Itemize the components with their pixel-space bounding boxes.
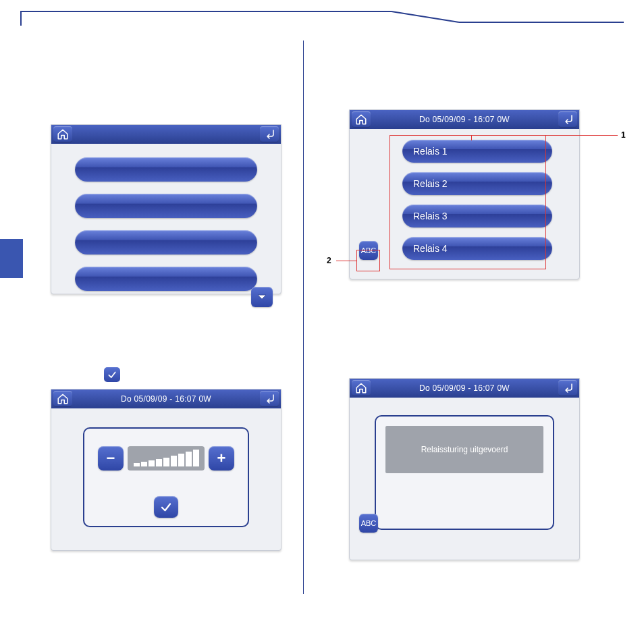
keyboard-abc-button[interactable]: ABC xyxy=(359,241,378,260)
level-step xyxy=(141,462,147,466)
title-text: Do 05/09/09 - 16:07 0W xyxy=(371,383,558,393)
home-button[interactable] xyxy=(53,391,72,407)
relay-item[interactable]: Relais 2 xyxy=(402,172,552,195)
scroll-down-button[interactable] xyxy=(251,287,273,307)
check-icon xyxy=(107,370,117,379)
minus-label: − xyxy=(107,450,115,467)
relay-item[interactable]: Relais 3 xyxy=(402,205,552,227)
panel-level-adjust: Do 05/09/09 - 16:07 0W − + xyxy=(51,389,281,551)
level-frame: − + xyxy=(83,427,249,527)
home-icon xyxy=(355,382,367,394)
panel-relay-confirm: Do 05/09/09 - 16:07 0W Relaissturing uit… xyxy=(349,378,580,560)
return-arrow-icon xyxy=(562,113,574,126)
home-icon xyxy=(355,113,367,126)
return-arrow-icon xyxy=(562,382,574,394)
level-step xyxy=(156,459,162,466)
home-icon xyxy=(57,393,69,405)
title-bar: Do 05/09/09 - 16:07 0W xyxy=(350,110,579,129)
level-step xyxy=(163,458,169,466)
page-frame-segment xyxy=(20,11,22,26)
message-frame: Relaissturing uitgevoerd xyxy=(375,415,554,530)
increase-button[interactable]: + xyxy=(209,446,234,471)
level-step xyxy=(193,450,199,466)
home-button[interactable] xyxy=(352,380,371,396)
level-step xyxy=(178,454,184,466)
decrease-button[interactable]: − xyxy=(98,446,124,471)
relay-item[interactable]: Relais 1 xyxy=(402,140,552,163)
page-frame-diagonal xyxy=(392,11,473,27)
back-button[interactable] xyxy=(558,111,577,128)
title-text: Do 05/09/09 - 16:07 0W xyxy=(371,115,558,124)
title-text: Do 05/09/09 - 16:07 0W xyxy=(72,394,260,404)
level-step xyxy=(149,460,155,466)
relay-item-label: Relais 4 xyxy=(413,243,448,254)
page-frame-segment xyxy=(459,22,624,23)
level-step xyxy=(186,452,192,466)
menu-item[interactable] xyxy=(75,230,257,254)
menu-item[interactable] xyxy=(75,157,257,182)
back-button[interactable] xyxy=(260,126,279,142)
level-step xyxy=(134,463,140,466)
return-arrow-icon xyxy=(263,128,275,140)
title-bar xyxy=(51,125,281,144)
page-side-tab xyxy=(0,239,23,278)
plus-label: + xyxy=(217,450,226,467)
abc-label: ABC xyxy=(361,246,377,254)
home-icon xyxy=(57,128,69,140)
check-icon xyxy=(160,501,172,513)
callout-number-2: 2 xyxy=(327,256,331,265)
back-button[interactable] xyxy=(558,380,577,396)
home-button[interactable] xyxy=(53,126,72,142)
level-step xyxy=(171,456,177,466)
level-indicator xyxy=(128,446,205,471)
menu-item[interactable] xyxy=(75,194,257,218)
abc-label: ABC xyxy=(361,519,377,527)
panel-menu-blank xyxy=(51,124,281,294)
panel-relay-list: Do 05/09/09 - 16:07 0W Relais 1 Relais 2… xyxy=(349,109,580,279)
menu-item[interactable] xyxy=(75,267,257,291)
title-bar: Do 05/09/09 - 16:07 0W xyxy=(51,390,281,408)
relay-item[interactable]: Relais 4 xyxy=(402,237,552,260)
relay-item-label: Relais 3 xyxy=(413,211,448,221)
message-text: Relaissturing uitgevoerd xyxy=(385,426,543,473)
keyboard-abc-button[interactable]: ABC xyxy=(359,514,378,533)
confirm-button[interactable] xyxy=(154,496,178,518)
callout-number-1: 1 xyxy=(621,130,626,140)
check-icon-chip xyxy=(104,367,120,382)
back-button[interactable] xyxy=(260,391,279,407)
page-frame-segment xyxy=(20,11,392,12)
relay-item-label: Relais 2 xyxy=(413,178,448,189)
relay-item-label: Relais 1 xyxy=(413,146,448,157)
chevron-down-icon xyxy=(256,291,268,303)
return-arrow-icon xyxy=(263,393,275,405)
title-bar: Do 05/09/09 - 16:07 0W xyxy=(350,379,579,398)
column-divider xyxy=(303,41,304,594)
home-button[interactable] xyxy=(352,111,371,128)
